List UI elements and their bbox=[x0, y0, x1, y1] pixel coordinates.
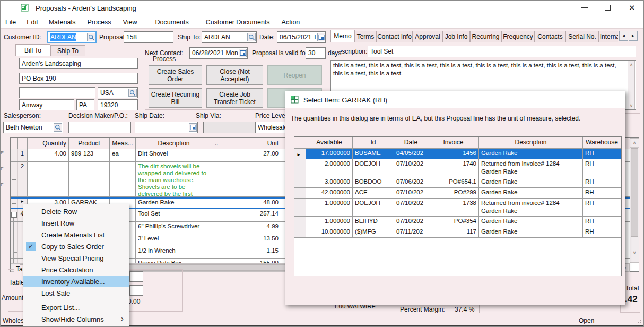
menu-item-view[interactable]: View bbox=[119, 19, 141, 26]
next-contact-calendar-icon[interactable] bbox=[239, 49, 247, 57]
dots-cell[interactable] bbox=[212, 199, 221, 208]
dialog-invoice-cell[interactable]: PO#354 bbox=[428, 217, 479, 227]
ship-to-magnifier-icon[interactable] bbox=[247, 33, 256, 41]
dialog-table-row[interactable]: 2.000000DOEJOH07/10/2021740Returned from… bbox=[294, 159, 621, 177]
description-field[interactable]: Tool Set bbox=[368, 46, 636, 57]
column-header-description[interactable]: Description bbox=[136, 138, 212, 149]
dialog-invoice-cell[interactable]: 1740 bbox=[428, 159, 479, 177]
customer-lookup-magnifier-icon[interactable] bbox=[87, 33, 95, 41]
tax-table-field[interactable] bbox=[129, 271, 143, 282]
dialog-date-cell[interactable]: 07/10/202 bbox=[394, 199, 428, 216]
context-menu-item-delete-row[interactable]: Delete Row bbox=[23, 205, 129, 217]
description-cell[interactable]: 6" Phillip's Screwdriver bbox=[136, 222, 212, 234]
dialog-available-cell[interactable]: 10.000000 bbox=[306, 227, 353, 237]
tab-memo[interactable]: Memo bbox=[330, 30, 355, 42]
context-menu-item-insert-row[interactable]: Insert Row bbox=[23, 217, 129, 229]
column-header-dots[interactable]: .. bbox=[212, 138, 221, 149]
tab-terms[interactable]: Terms bbox=[355, 31, 376, 42]
dialog-invoice-cell[interactable]: PO#299 bbox=[428, 188, 479, 198]
menu-item-edit[interactable]: Edit bbox=[23, 19, 42, 26]
unit-cell[interactable]: 27.00 bbox=[221, 149, 281, 161]
column-header-product[interactable]: Product bbox=[69, 138, 110, 149]
dialog-warehouse-cell[interactable]: RH bbox=[583, 227, 621, 237]
dialog-column-header-warehouse[interactable]: Warehouse bbox=[583, 137, 621, 148]
dialog-id-cell[interactable]: BUSAME bbox=[353, 149, 394, 159]
dialog-row-marker-cell[interactable] bbox=[294, 188, 306, 198]
grid-scroll-up-icon[interactable]: ∧ bbox=[630, 139, 639, 148]
measure-cell[interactable] bbox=[110, 162, 136, 196]
dialog-warehouse-cell[interactable]: RH bbox=[583, 199, 621, 216]
dots-cell[interactable] bbox=[212, 259, 221, 263]
tax-table-field-2[interactable] bbox=[129, 285, 143, 296]
menu-item-process[interactable]: Process bbox=[83, 19, 115, 26]
description-cell[interactable]: 3' Level bbox=[136, 234, 212, 246]
state-field[interactable]: PA bbox=[76, 99, 94, 110]
menu-item-materials[interactable]: Materials bbox=[45, 19, 80, 26]
expand-minus-icon[interactable] bbox=[11, 212, 17, 218]
dialog-date-cell[interactable]: 07/10/202 bbox=[394, 217, 428, 227]
create-sales-order-button[interactable]: Create Sales Order bbox=[149, 65, 202, 85]
dialog-id-cell[interactable]: BOBDOO bbox=[353, 177, 394, 187]
create-job-transfer-button[interactable]: Create Job Transfer Ticket bbox=[206, 88, 263, 108]
menu-item-documents[interactable]: Documents bbox=[151, 19, 192, 26]
column-header-quantity[interactable]: Quantity bbox=[28, 138, 69, 149]
dots-cell[interactable] bbox=[212, 149, 221, 161]
dialog-row-marker-cell[interactable] bbox=[294, 227, 306, 237]
dialog-row-marker-cell[interactable] bbox=[294, 199, 306, 216]
quantity-cell[interactable]: 4.00 bbox=[28, 149, 69, 161]
dialog-table-row[interactable]: 10.000000($)MFG07/11/202117Garden RakeRH bbox=[294, 227, 621, 238]
dialog-column-header-_m[interactable] bbox=[294, 137, 306, 148]
unit-cell[interactable] bbox=[221, 162, 281, 196]
tab-scroll-right-icon[interactable]: ► bbox=[629, 31, 638, 41]
grid-scroll-down-icon[interactable]: ∨ bbox=[630, 248, 639, 257]
column-header-tree-col[interactable] bbox=[11, 138, 18, 149]
dialog-date-cell[interactable]: 07/11/202 bbox=[394, 227, 428, 237]
proposal-field[interactable]: 158 bbox=[124, 31, 173, 43]
context-menu-item-create-materials-list[interactable]: Create Materials List bbox=[23, 229, 129, 240]
dialog-available-cell[interactable]: 1.000000 bbox=[306, 199, 353, 216]
decision-maker-field[interactable] bbox=[68, 122, 131, 133]
dialog-date-cell[interactable]: 07/06/202 bbox=[394, 177, 428, 187]
dialog-row-marker-cell[interactable] bbox=[294, 177, 306, 187]
dialog-column-header-available[interactable]: Available bbox=[306, 137, 353, 148]
memo-scrollbar[interactable]: ∧ ∨ bbox=[628, 61, 635, 109]
resize-grip[interactable] bbox=[636, 319, 641, 324]
dialog-table-row[interactable]: ►17.000000BUSAME04/05/2021456Garden Rake… bbox=[294, 149, 621, 159]
context-menu-item-export-list-[interactable]: Export List... bbox=[23, 302, 129, 313]
dialog-id-cell[interactable]: DOEJOH bbox=[353, 199, 394, 216]
dots-cell[interactable] bbox=[212, 162, 221, 196]
dialog-description-cell[interactable]: Garden Rake bbox=[479, 227, 583, 237]
tab-contact-info[interactable]: Contact Info bbox=[376, 31, 413, 42]
dialog-available-cell[interactable]: 2.000000 bbox=[306, 159, 353, 177]
date-calendar-icon[interactable] bbox=[317, 33, 325, 41]
city-field[interactable]: Amway bbox=[19, 99, 74, 110]
dots-cell[interactable] bbox=[212, 222, 221, 234]
context-menu-item-view-special-pricing[interactable]: View Special Pricing bbox=[23, 252, 129, 264]
dialog-column-header-date[interactable]: Date bbox=[394, 137, 428, 148]
context-menu-item-lost-sale[interactable]: Lost Sale bbox=[23, 287, 129, 299]
context-menu-item-show-hide-columns[interactable]: Show/Hide Columns› bbox=[23, 313, 129, 325]
menu-item-file[interactable]: File bbox=[2, 19, 20, 26]
valid-days-field[interactable]: 30 bbox=[306, 47, 326, 59]
address-name-field[interactable]: Arden's Landscaping bbox=[19, 58, 138, 69]
tab-approval[interactable]: Approval bbox=[413, 31, 442, 42]
minimize-icon[interactable] bbox=[581, 7, 588, 8]
close-icon[interactable]: ✕ bbox=[629, 3, 636, 13]
measure-cell[interactable]: ea bbox=[110, 149, 136, 161]
dialog-column-header-id[interactable]: Id bbox=[353, 137, 394, 148]
close-not-accepted-button[interactable]: Close (Not Accepted) bbox=[206, 65, 263, 85]
description-cell[interactable]: Heavy Duty Box bbox=[136, 259, 212, 263]
product-cell[interactable] bbox=[69, 162, 110, 196]
reopen-button[interactable]: Reopen bbox=[267, 65, 322, 85]
tab-job-info[interactable]: Job Info bbox=[442, 31, 470, 42]
dialog-available-cell[interactable]: 17.000000 bbox=[306, 149, 353, 159]
dialog-table-row[interactable]: 1.000000DOEJOH07/10/2021738Returned from… bbox=[294, 199, 621, 217]
column-header-measure[interactable]: Meas... bbox=[110, 138, 136, 149]
context-menu-item-copy-to-sales-order[interactable]: ✓Copy to Sales Order bbox=[23, 240, 129, 252]
dialog-description-cell[interactable]: Garden Rake bbox=[479, 177, 583, 187]
tab-bill-to[interactable]: Bill To bbox=[15, 44, 50, 56]
quantity-cell[interactable] bbox=[28, 162, 69, 196]
column-header-unit[interactable]: Unit bbox=[221, 138, 281, 149]
menu-item-customer-documents[interactable]: Customer Documents bbox=[202, 19, 274, 26]
dialog-table-row[interactable]: 3.000000BOBDOO07/06/202PO#654.1Garden Ra… bbox=[294, 177, 621, 188]
